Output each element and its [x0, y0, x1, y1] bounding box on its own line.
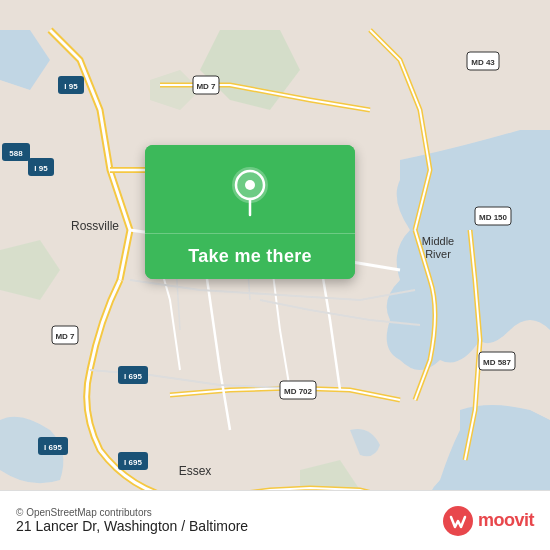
moovit-logo-icon — [442, 505, 474, 537]
svg-text:I 695: I 695 — [44, 443, 62, 452]
map-attribution: © OpenStreetMap contributors — [16, 507, 248, 518]
moovit-logo: moovit — [442, 505, 534, 537]
location-label: 21 Lancer Dr, Washington / Baltimore — [16, 518, 248, 534]
svg-text:MD 7: MD 7 — [196, 82, 216, 91]
bottom-left-info: © OpenStreetMap contributors 21 Lancer D… — [16, 507, 248, 534]
svg-text:Middle: Middle — [422, 235, 454, 247]
svg-text:I 695: I 695 — [124, 372, 142, 381]
svg-text:MD 43: MD 43 — [471, 58, 495, 67]
map-container: I 95 I 95 MD 7 MD 7 MD 43 MD 150 MD 587 … — [0, 0, 550, 550]
bottom-bar: © OpenStreetMap contributors 21 Lancer D… — [0, 490, 550, 550]
svg-point-33 — [245, 180, 255, 190]
popup-icon-area — [145, 145, 355, 233]
moovit-brand-text: moovit — [478, 510, 534, 531]
svg-text:588: 588 — [9, 149, 23, 158]
take-me-there-popup[interactable]: Take me there — [145, 145, 355, 279]
svg-text:MD 587: MD 587 — [483, 358, 512, 367]
svg-text:I 695: I 695 — [124, 458, 142, 467]
svg-text:I 95: I 95 — [64, 82, 78, 91]
svg-text:Rossville: Rossville — [71, 219, 119, 233]
take-me-there-button[interactable]: Take me there — [145, 233, 355, 279]
svg-text:MD 7: MD 7 — [55, 332, 75, 341]
svg-text:I 95: I 95 — [34, 164, 48, 173]
svg-text:MD 150: MD 150 — [479, 213, 508, 222]
svg-text:Essex: Essex — [179, 464, 212, 478]
map-pin-icon — [230, 167, 270, 217]
svg-text:River: River — [425, 248, 451, 260]
svg-text:MD 702: MD 702 — [284, 387, 313, 396]
